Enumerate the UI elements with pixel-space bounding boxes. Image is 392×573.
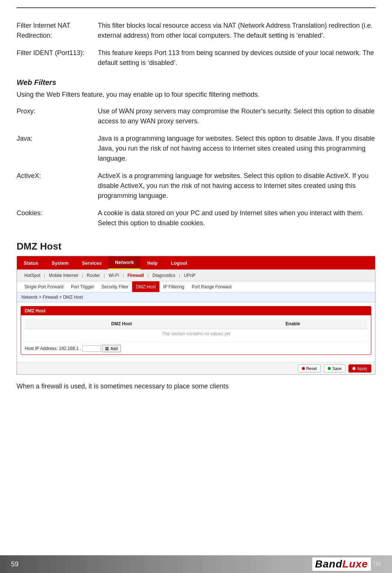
web-filter-label: ActiveX: xyxy=(17,167,98,205)
web-filter-row: Cookies: A cookie is data stored on your… xyxy=(17,205,375,232)
router-action-bar: Reset Save Apply xyxy=(17,362,375,374)
save-dot-icon xyxy=(328,367,331,370)
web-filter-description: Java is a programming language for websi… xyxy=(98,130,375,167)
bottom-bar: 59 BandLuxe TM xyxy=(0,555,392,573)
router-nav-sub-item-wi-fi[interactable]: Wi-Fi xyxy=(105,270,123,281)
apply-dot-icon xyxy=(353,367,355,370)
router-section-body: DMZ Host Enable This section contains no… xyxy=(21,315,371,342)
router-nav-top-item-network[interactable]: Network xyxy=(108,256,140,270)
router-nav-sub-item-upnp[interactable]: UPnP xyxy=(180,270,199,281)
router-nav-sub2-item-single-port-forward[interactable]: Single Port Forward xyxy=(21,281,67,292)
filter-ident-row: Filter IDENT (Port113): This feature kee… xyxy=(17,44,375,72)
page-number: 59 xyxy=(11,560,18,568)
router-save-label: Save xyxy=(332,366,341,371)
router-table-empty-message: This section contains no values yet xyxy=(25,329,367,339)
router-nav-sub-item-mobile-internet[interactable]: Mobile Internet xyxy=(45,270,82,281)
router-nav-top-item-help[interactable]: Help xyxy=(141,256,164,270)
filter-nat-label: Filter Internet NAT Redirection: xyxy=(17,17,98,44)
router-apply-button[interactable]: Apply xyxy=(348,364,371,373)
web-filter-label: Proxy: xyxy=(17,103,98,130)
web-filter-row: Java: Java is a programming language for… xyxy=(17,130,375,167)
router-nav-sub-item-diagnostics[interactable]: Diagnostics xyxy=(149,270,179,281)
web-filters-intro: Using the Web Filters feature, you may e… xyxy=(17,90,375,100)
web-filter-row: Proxy: Use of WAN proxy servers may comp… xyxy=(17,103,375,130)
router-table-col-enable: Enable xyxy=(219,319,367,329)
router-apply-label: Apply xyxy=(357,366,367,371)
router-add-label: Add xyxy=(110,346,118,351)
web-filter-description: A cookie is data stored on your PC and u… xyxy=(98,205,375,232)
web-filter-row: ActiveX: ActiveX is a programming langua… xyxy=(17,167,375,205)
router-table-col-dmzhost: DMZ Host xyxy=(25,319,219,329)
web-filter-label: Java: xyxy=(17,130,98,167)
router-nav-top-item-logout[interactable]: Logout xyxy=(164,256,194,270)
router-host-ip-label: Host IP Address: 192.168.1 . xyxy=(25,346,81,351)
router-nav-sub-item-hotspot[interactable]: HotSpot xyxy=(21,270,44,281)
filter-ident-label: Filter IDENT (Port113): xyxy=(17,44,98,72)
web-filter-description: Use of WAN proxy servers may compromise … xyxy=(98,103,375,130)
router-nav-sub2-item-port-range-forward[interactable]: Port Range Forward xyxy=(188,281,235,292)
router-footer-row: Host IP Address: 192.168.1 . 🖼 Add xyxy=(21,342,371,354)
router-save-button[interactable]: Save xyxy=(324,364,345,373)
router-nav-sub: HotSpot|Mobile Internet|Router|Wi-Fi|Fir… xyxy=(17,270,375,281)
router-nav-sub2-item-ip-filtering[interactable]: IP Filtering xyxy=(159,281,188,292)
filter-nat-row: Filter Internet NAT Redirection: This fi… xyxy=(17,17,375,44)
router-dmz-table: DMZ Host Enable This section contains no… xyxy=(25,319,367,339)
router-add-button[interactable]: 🖼 Add xyxy=(102,345,121,352)
router-nav-top-item-status[interactable]: Status xyxy=(17,256,45,270)
dmz-section-title: DMZ Host xyxy=(17,241,375,252)
reset-dot-icon xyxy=(302,367,305,370)
router-nav-sub2-item-dmz-host[interactable]: DMZ Host xyxy=(132,281,159,292)
closing-text: When a firewall is used, it is sometimes… xyxy=(17,381,375,391)
router-nav-sub-item-router[interactable]: Router xyxy=(83,270,104,281)
brand-name: BandLuxe xyxy=(312,557,371,571)
router-add-icon: 🖼 xyxy=(105,347,109,351)
web-filter-label: Cookies: xyxy=(17,205,98,232)
router-nav-top: StatusSystemServicesNetworkHelpLogout xyxy=(17,256,375,270)
router-nav-top-item-system[interactable]: System xyxy=(45,256,75,270)
filter-ident-description: This feature keeps Port 113 from being s… xyxy=(98,44,375,72)
router-nav-sub2-item-security-filter[interactable]: Security Filter xyxy=(98,281,132,292)
top-divider xyxy=(17,7,375,8)
router-reset-button[interactable]: Reset xyxy=(298,364,321,373)
router-nav-sub2: Single Port ForwardPort TriggerSecurity … xyxy=(17,281,375,292)
router-nav-sub-item-firewall[interactable]: Firewall xyxy=(124,270,148,281)
filter-definitions-table: Filter Internet NAT Redirection: This fi… xyxy=(17,17,375,72)
brand-logo: BandLuxe TM xyxy=(312,557,381,571)
web-filters-title: Web Filters xyxy=(17,78,375,87)
router-breadcrumb: Network > Firewall > DMZ Host xyxy=(17,292,375,302)
router-ui-screenshot: StatusSystemServicesNetworkHelpLogout Ho… xyxy=(17,256,375,375)
brand-tm-icon: TM xyxy=(372,561,381,567)
web-filter-description: ActiveX is a programming language for we… xyxy=(98,167,375,205)
web-filters-table: Proxy: Use of WAN proxy servers may comp… xyxy=(17,103,375,232)
router-nav-sub2-item-port-trigger[interactable]: Port Trigger xyxy=(67,281,98,292)
router-table-empty-row: This section contains no values yet xyxy=(25,329,367,339)
router-section-box: DMZ Host DMZ Host Enable This section co… xyxy=(21,306,371,355)
router-nav-top-item-services[interactable]: Services xyxy=(75,256,109,270)
router-section-header: DMZ Host xyxy=(21,306,371,315)
filter-nat-description: This filter blocks local resource access… xyxy=(98,17,375,44)
router-host-ip-input[interactable] xyxy=(82,345,101,352)
router-reset-label: Reset xyxy=(306,366,317,371)
router-body: DMZ Host DMZ Host Enable This section co… xyxy=(17,302,375,362)
